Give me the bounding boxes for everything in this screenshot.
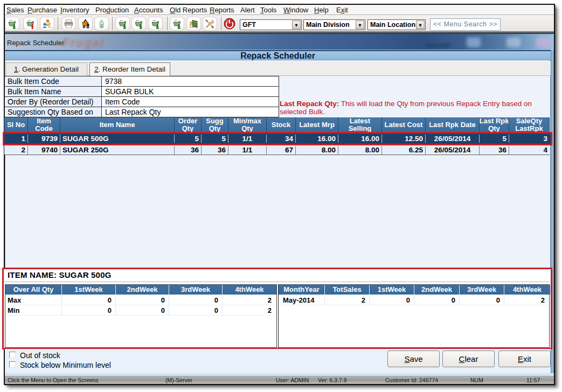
svg-text:$: $	[100, 23, 103, 29]
